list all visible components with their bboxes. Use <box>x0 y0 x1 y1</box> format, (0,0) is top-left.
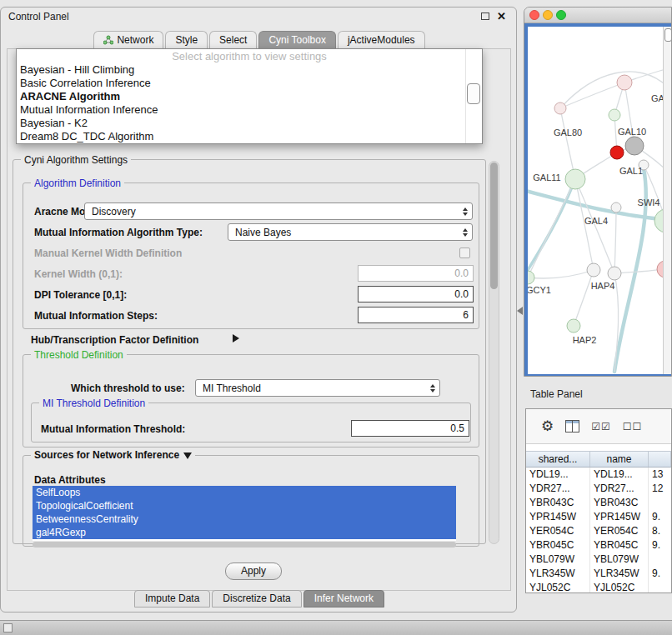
algorithm-option[interactable]: Dream8 DC_TDC Algorithm <box>17 130 482 143</box>
attribute-item[interactable]: SelfLoops <box>33 486 456 499</box>
close-traffic-light[interactable] <box>529 10 539 20</box>
settings-scrollbar[interactable] <box>489 161 499 544</box>
network-node[interactable] <box>617 75 632 90</box>
tab-discretize-data[interactable]: Discretize Data <box>212 590 301 608</box>
network-node[interactable] <box>587 263 600 277</box>
mi-steps-input[interactable]: 6 <box>358 307 474 323</box>
network-node[interactable] <box>625 137 644 155</box>
network-node[interactable] <box>608 267 621 280</box>
network-tab-icon <box>103 35 113 45</box>
mi-threshold-input[interactable]: 0.5 <box>351 420 469 437</box>
which-threshold-select[interactable]: MI Threshold <box>195 379 440 397</box>
control-panel-titlebar[interactable]: Control Panel ✕ <box>1 8 516 26</box>
mi-type-value: Naive Bayes <box>228 227 459 238</box>
table-cell: 13 <box>649 468 671 482</box>
tab-infer-network[interactable]: Infer Network <box>303 590 384 608</box>
dropdown-options: Bayesian - Hill ClimbingBasic Correlatio… <box>17 63 482 143</box>
deselect-all-icon[interactable]: ☐☐ <box>623 421 643 432</box>
network-node[interactable] <box>565 169 585 189</box>
column-header-shared-name[interactable]: shared... <box>526 452 590 467</box>
zoom-traffic-light[interactable] <box>556 10 566 20</box>
mi-type-select[interactable]: Naive Bayes <box>228 223 473 241</box>
network-edge[interactable] <box>560 108 575 179</box>
select-all-icon[interactable]: ☑☑ <box>591 421 611 432</box>
table-cell <box>649 581 671 593</box>
table-row[interactable]: YBR045CYBR045C9. <box>526 538 671 552</box>
tab-label: Network <box>117 32 153 48</box>
network-edge[interactable] <box>528 270 594 278</box>
gear-icon[interactable]: ⚙ <box>541 418 554 435</box>
apply-button[interactable]: Apply <box>225 562 282 580</box>
network-node[interactable] <box>528 271 534 284</box>
network-edge[interactable] <box>574 270 594 326</box>
tab-style[interactable]: Style <box>165 31 208 48</box>
table-row[interactable]: YBL079WYBL079W <box>526 552 671 567</box>
network-edge[interactable] <box>575 179 614 273</box>
algorithm-option[interactable]: Bayesian - K2 <box>17 117 482 130</box>
algorithm-option[interactable]: Mutual Information Inference <box>17 103 482 117</box>
node-label: SWI4 <box>638 198 660 208</box>
network-node[interactable] <box>554 102 566 114</box>
attribute-item[interactable]: TopologicalCoefficient <box>33 499 456 512</box>
table-row[interactable]: YER054CYER054C8. <box>526 524 671 538</box>
algorithm-option[interactable]: ARACNE Algorithm <box>17 90 482 103</box>
collapse-arrow-icon[interactable] <box>183 452 192 459</box>
data-attributes-list[interactable]: SelfLoopsTopologicalCoefficientBetweenne… <box>33 486 456 541</box>
column-header-name[interactable]: name <box>590 452 649 467</box>
network-window-titlebar[interactable] <box>524 8 671 23</box>
network-node[interactable] <box>567 319 580 332</box>
attributes-horizontal-scrollbar[interactable] <box>33 542 456 548</box>
expand-arrow-icon[interactable] <box>233 334 239 342</box>
network-scrollbar-thumb[interactable] <box>664 28 672 42</box>
table-row[interactable]: YLR345WYLR345W9. <box>526 567 671 581</box>
dpi-tolerance-input[interactable]: 0.0 <box>358 286 474 302</box>
network-node[interactable] <box>610 146 624 159</box>
network-node[interactable] <box>657 261 663 278</box>
tab-cyni-toolbox[interactable]: Cyni Toolbox <box>258 31 335 48</box>
tab-impute-data[interactable]: Impute Data <box>134 590 210 608</box>
attribute-item[interactable]: BetweennessCentrality <box>33 512 456 526</box>
sources-title-label: Sources for Network Inference <box>34 449 179 461</box>
network-edge[interactable] <box>560 82 624 108</box>
table-row[interactable]: YDR27...YDR27...12 <box>526 482 671 496</box>
table-cell: YER054C <box>590 524 649 538</box>
network-edge[interactable] <box>560 72 663 108</box>
table-cell: YJL052C <box>526 581 590 593</box>
tab-network[interactable]: Network <box>93 31 163 48</box>
table-row[interactable]: YJL052CYJL052C <box>526 581 671 593</box>
network-view-window: GALGAL80GAL10GAL11GAL1SWI4GAL4GCY1HAP4HA… <box>524 7 672 377</box>
algorithm-option[interactable]: Bayesian - Hill Climbing <box>17 63 482 77</box>
minimize-traffic-light[interactable] <box>543 10 553 20</box>
table-cell: YBL079W <box>526 552 590 567</box>
network-node[interactable] <box>611 202 621 212</box>
tab-jactivemodules[interactable]: jActiveModules <box>338 31 425 48</box>
scrollbar-thumb[interactable] <box>490 162 498 289</box>
status-bar-icon[interactable] <box>3 623 13 632</box>
table-row[interactable]: YPR145WYPR145W9. <box>526 510 671 524</box>
columns-icon[interactable] <box>565 420 579 432</box>
tab-select[interactable]: Select <box>209 31 257 48</box>
algorithm-option[interactable]: Basic Correlation Inference <box>17 77 482 90</box>
kernel-width-input[interactable]: 0.0 <box>358 265 474 282</box>
network-node[interactable] <box>654 209 663 232</box>
table-row[interactable]: YDL19...YDL19...13 <box>526 468 671 482</box>
network-node[interactable] <box>609 109 620 121</box>
network-scrollbar[interactable] <box>663 27 672 374</box>
aracne-mode-select[interactable]: Discovery <box>84 202 473 220</box>
dropdown-scrollbar-thumb[interactable] <box>467 83 480 104</box>
close-icon[interactable]: ✕ <box>497 10 506 22</box>
dropdown-scrollbar[interactable] <box>465 49 482 143</box>
sources-title[interactable]: Sources for Network Inference <box>31 449 195 461</box>
hub-section-label[interactable]: Hub/Transcription Factor Definition <box>31 334 198 346</box>
network-edge[interactable] <box>614 269 663 273</box>
manual-kernel-checkbox[interactable] <box>459 248 470 258</box>
network-edge[interactable] <box>614 208 616 273</box>
table-row[interactable]: YBR043CYBR043C <box>526 496 671 510</box>
attribute-item[interactable]: gal4RGexp <box>33 526 456 539</box>
float-window-icon[interactable] <box>481 12 489 20</box>
splitter-collapse-icon[interactable] <box>517 307 523 315</box>
aracne-mode-value: Discovery <box>85 206 459 218</box>
network-canvas[interactable]: GALGAL80GAL10GAL11GAL1SWI4GAL4GCY1HAP4HA… <box>528 27 663 374</box>
which-threshold-label: Which threshold to use: <box>71 382 185 394</box>
column-header-extra[interactable] <box>649 452 671 467</box>
